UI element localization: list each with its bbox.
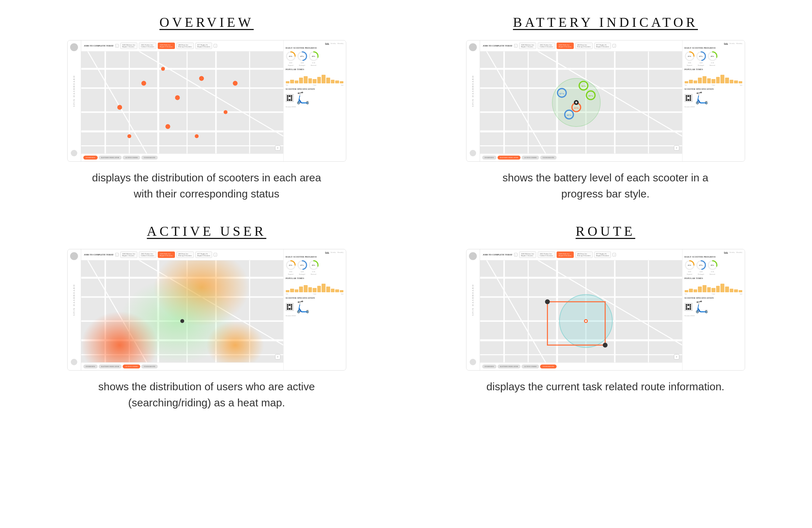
sidebar-label: SPIN DASHBOARD [73,75,75,107]
right-panel: DailyWeeklyMonthly DAILY SCOOTER PROGRES… [283,40,346,161]
bottom-nav: OVERVIEWBATTERY INDICATORACTIVE USERSYOU… [480,153,682,161]
nav-btn-active-users[interactable]: ACTIVE USERS [123,365,140,368]
svg-point-15 [175,95,180,100]
bottom-icon [470,359,476,365]
svg-point-18 [224,110,228,114]
dashboard-mockup-route: SPIN DASHBOARD JOBS TO COMPLETE TODAY ‹ … [466,249,745,371]
svg-text:89%: 89% [588,94,593,97]
nav-btn-overview[interactable]: OVERVIEW [482,156,497,160]
svg-point-19 [165,124,170,129]
main-content: JOBS TO COMPLETE TODAY ‹ 5026 Melrose Av… [81,249,283,370]
nav-btn-overview[interactable]: OVERVIEW [83,156,98,160]
nav-btn-your-route[interactable]: YOUR ROUTE [141,365,158,368]
nav-btn-active-users[interactable]: ACTIVE USERS [123,156,140,160]
avatar [70,43,78,51]
main-content: JOBS TO COMPLETE TODAY ‹ 5026 Melrose Av… [480,249,682,370]
nav-btn-your-route[interactable]: YOUR ROUTE [540,365,557,368]
sidebar-label: SPIN DASHBOARD [73,284,75,316]
nav-btn-your-route[interactable]: YOUR ROUTE [540,156,557,160]
dashboard-mockup-active-user: SPIN DASHBOARD JOBS TO COMPLETE TODAY ‹ … [67,249,346,371]
dashboard-header: JOBS TO COMPLETE TODAY ‹ 5026 Melrose Av… [480,40,682,52]
svg-rect-0 [81,52,283,153]
feature-title: OVERVIEW [160,14,254,30]
dashboard-mockup-overview: SPIN DASHBOARD JOBS TO COMPLETE TODAY ‹ … [67,40,346,162]
svg-text:23%: 23% [574,107,579,109]
feature-grid: OVERVIEW SPIN DASHBOARD JOBS TO COMPLETE… [21,14,791,411]
feature-card-route: ROUTE SPIN DASHBOARD JOBS TO COMPLETE TO… [420,223,791,411]
map-area: 67% 23% 89% 45% 78% + [480,52,682,153]
nav-btn-battery-indicator[interactable]: BATTERY INDICATOR [498,156,520,160]
bottom-nav: OVERVIEWBATTERY INDICATORACTIVE USERSYOU… [81,362,283,370]
sidebar: SPIN DASHBOARD [68,249,81,370]
feature-title: BATTERY INDICATOR [513,14,698,30]
svg-point-23 [117,105,122,109]
avatar [469,252,477,260]
sidebar-label: SPIN DASHBOARD [471,284,474,316]
svg-point-80 [119,278,235,362]
feature-card-active-user: ACTIVE USER SPIN DASHBOARD JOBS TO COMPL… [21,223,392,411]
svg-point-17 [199,76,204,81]
svg-point-16 [161,67,165,71]
svg-point-107 [585,320,587,322]
svg-point-81 [180,319,184,323]
nav-btn-your-route[interactable]: YOUR ROUTE [141,156,158,160]
svg-text:45%: 45% [567,114,572,116]
scooter-icon: 🛴 [695,92,709,104]
map-area: + [81,260,283,362]
feature-description: displays the distribution of scooters in… [85,170,328,202]
feature-description: shows the battery level of each scooter … [484,170,727,202]
right-panel: DailyWeeklyMonthly DAILY SCOOTER PROGRES… [682,40,745,161]
sidebar-label: SPIN DASHBOARD [471,75,474,107]
bottom-icon [470,150,476,156]
nav-btn-overview[interactable]: OVERVIEW [482,365,497,368]
svg-text:67%: 67% [559,92,564,95]
sidebar: SPIN DASHBOARD [466,249,480,370]
svg-point-22 [195,134,199,138]
feature-card-battery-indicator: BATTERY INDICATOR SPIN DASHBOARD JOBS TO… [420,14,791,202]
bottom-nav: OVERVIEWBATTERY INDICATORACTIVE USERSYOU… [480,362,682,370]
bottom-nav: OVERVIEWBATTERY INDICATORACTIVE USERSYOU… [81,153,283,161]
dashboard-header: JOBS TO COMPLETE TODAY ‹ 5026 Melrose Av… [81,40,283,52]
right-panel: DailyWeeklyMonthly DAILY SCOOTER PROGRES… [283,249,346,370]
nav-btn-active-users[interactable]: ACTIVE USERS [522,365,539,368]
dashboard-header: JOBS TO COMPLETE TODAY ‹ 5026 Melrose Av… [81,249,283,260]
svg-point-14 [141,81,146,85]
bottom-icon [71,359,77,365]
right-panel: DailyWeeklyMonthly DAILY SCOOTER PROGRES… [682,249,745,370]
nav-btn-battery-indicator[interactable]: BATTERY INDICATOR [498,365,520,368]
main-content: JOBS TO COMPLETE TODAY ‹ 5026 Melrose Av… [480,40,682,161]
nav-btn-battery-indicator[interactable]: BATTERY INDICATOR [99,365,122,368]
avatar [70,252,78,260]
scooter-icon: 🛴 [695,301,709,313]
sidebar: SPIN DASHBOARD [68,40,81,161]
main-content: JOBS TO COMPLETE TODAY ‹ 5026 Melrose Av… [81,40,283,161]
svg-point-20 [127,134,131,138]
nav-btn-battery-indicator[interactable]: BATTERY INDICATOR [99,156,122,160]
feature-card-overview: OVERVIEW SPIN DASHBOARD JOBS TO COMPLETE… [21,14,392,202]
dashboard-header: JOBS TO COMPLETE TODAY ‹ 5026 Melrose Av… [480,249,682,260]
nav-btn-overview[interactable]: OVERVIEW [83,365,98,368]
scooter-icon: 🛴 [296,301,310,313]
feature-title: ROUTE [576,223,635,239]
map-area: + [81,52,283,153]
scooter-icon: 🛴 [296,92,310,104]
sidebar: SPIN DASHBOARD [466,40,480,161]
svg-point-105 [603,343,607,347]
nav-btn-active-users[interactable]: ACTIVE USERS [522,156,539,160]
feature-description: displays the current task related route … [486,378,724,395]
svg-point-21 [233,81,237,85]
feature-description: shows the distribution of users who are … [85,378,328,411]
feature-title: ACTIVE USER [147,223,266,239]
dashboard-mockup-battery-indicator: SPIN DASHBOARD JOBS TO COMPLETE TODAY ‹ … [466,40,745,162]
svg-text:78%: 78% [581,85,586,87]
avatar [469,43,477,51]
svg-point-104 [545,299,549,304]
map-area: + [480,260,682,362]
svg-point-56 [575,102,577,103]
bottom-icon [71,150,77,156]
